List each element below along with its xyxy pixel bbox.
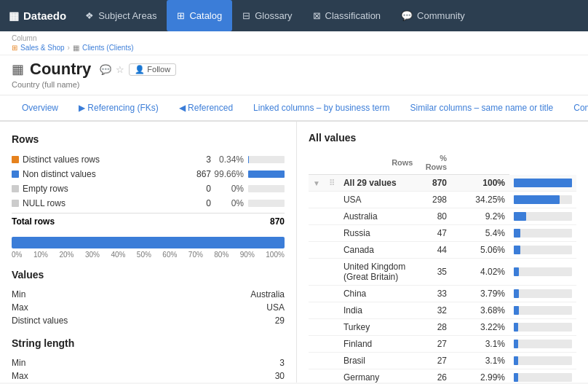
progress-label: 70% [188, 251, 203, 259]
row-drag [325, 259, 339, 286]
row-bar-fill [514, 267, 519, 276]
logo-label: Dataedo [23, 9, 66, 22]
row-count: 28 [417, 319, 451, 336]
string-row: Max 30 [12, 369, 285, 383]
progress-label: 30% [85, 251, 100, 259]
row-bar-fill [514, 306, 519, 315]
row-pct: 34.25% [451, 192, 509, 208]
star-icon[interactable]: ☆ [116, 64, 124, 75]
summary-bar-cell [509, 175, 576, 192]
row-bar-bg [514, 340, 572, 348]
row-count: 80 [417, 208, 451, 225]
page-type-icon: ▦ [12, 61, 24, 77]
row-bar-cell [509, 259, 576, 286]
total-value: 870 [270, 216, 285, 227]
row-count: 33 [417, 286, 451, 302]
logo[interactable]: ▦ Dataedo [6, 9, 75, 23]
stats-container: Distinct values rows 3 0.34% Non distinc… [12, 152, 285, 211]
row-bar-fill [514, 195, 560, 204]
table-row: United Kingdom (Great Britain) 35 4.02% [309, 259, 576, 286]
string-key: Min [12, 358, 25, 368]
row-pct: 5.06% [451, 242, 509, 259]
values-row: Max USA [12, 301, 285, 314]
summary-bar-fill [514, 179, 572, 187]
stat-label: Empty rows [12, 184, 182, 194]
table-row: China 33 3.79% [309, 286, 576, 302]
stat-pct: 99.66% [211, 169, 244, 179]
row-expand [309, 302, 325, 319]
tab-referencing[interactable]: ▶ Referencing (FKs) [68, 95, 169, 122]
tab-overview[interactable]: Overview [12, 95, 68, 122]
classification-icon: ⊠ [313, 10, 321, 21]
row-expand [309, 319, 325, 336]
row-drag [325, 336, 339, 353]
row-drag [325, 302, 339, 319]
total-row: Total rows 870 [12, 213, 285, 230]
row-pct: 9.2% [451, 208, 509, 225]
stat-bar-container [248, 200, 285, 207]
row-pct: 3.79% [451, 286, 509, 302]
table-row: Finland 27 3.1% [309, 336, 576, 353]
row-name: Brasil [339, 353, 418, 369]
values-val: USA [266, 302, 285, 313]
stat-pct: 0% [211, 198, 244, 208]
stat-bar-bg [248, 156, 285, 163]
row-name: USA [339, 192, 418, 208]
row-count: 298 [417, 192, 451, 208]
breadcrumb-type: Column [12, 34, 576, 42]
col-header-rows: Rows [339, 151, 418, 175]
string-container: Min 3 Max 30 Avg 6 Standard deviation 5.… [12, 356, 285, 383]
page-subtitle: Country (full name) [12, 80, 576, 89]
row-name: Canada [339, 242, 418, 259]
row-name: Turkey [339, 319, 418, 336]
tab-community[interactable]: Community [563, 95, 588, 122]
row-name: Australia [339, 208, 418, 225]
breadcrumb-link-2[interactable]: Clients (Clients) [82, 44, 134, 52]
stat-pct: 0.34% [211, 154, 244, 165]
row-bar-cell [509, 353, 576, 369]
row-bar-cell [509, 319, 576, 336]
nav-classification[interactable]: ⊠ Classification [303, 0, 392, 31]
stat-label-text: NULL rows [23, 198, 65, 208]
nav-glossary[interactable]: ⊟ Glossary [232, 0, 302, 31]
values-section-title: Values [12, 269, 285, 281]
stat-label: Non distinct values [12, 169, 182, 179]
string-key: Max [12, 371, 28, 381]
nav-catalog[interactable]: ⊞ Catalog [167, 0, 232, 31]
comment-icon[interactable]: 💬 [100, 64, 111, 75]
row-bar-bg [514, 229, 572, 238]
stat-row: Non distinct values 867 99.66% [12, 167, 285, 181]
row-bar-bg [514, 246, 572, 254]
breadcrumb-link-1[interactable]: Sales & Shop [20, 44, 65, 52]
row-pct: 3.1% [451, 336, 509, 353]
row-bar-bg [514, 323, 572, 332]
values-row: Min Australia [12, 288, 285, 301]
main-content: Rows Distinct values rows 3 0.34% Non di… [0, 122, 588, 383]
summary-pct: 100% [451, 175, 509, 192]
row-bar-fill [514, 373, 518, 382]
row-drag [325, 319, 339, 336]
row-bar-cell [509, 192, 576, 208]
values-key: Min [12, 289, 25, 299]
expand-cell[interactable]: ▼ [309, 175, 325, 192]
row-bar-fill [514, 246, 520, 254]
values-val: 29 [275, 316, 285, 326]
row-bar-bg [514, 289, 572, 298]
row-expand [309, 369, 325, 383]
table-row: India 32 3.68% [309, 302, 576, 319]
row-name: Russia [339, 225, 418, 242]
tab-similar-columns[interactable]: Similar columns – same name or title [400, 95, 564, 122]
breadcrumb-separator: › [68, 44, 70, 52]
chevron-icon[interactable]: ▼ [313, 179, 320, 187]
row-bar-bg [514, 267, 572, 276]
tab-referenced[interactable]: ◀ Referenced [169, 95, 243, 122]
table-row: USA 298 34.25% [309, 192, 576, 208]
nav-subject-areas[interactable]: ❖ Subject Areas [75, 0, 167, 31]
nav-community[interactable]: 💬 Community [391, 0, 475, 31]
progress-label: 40% [111, 251, 125, 259]
tab-linked-columns[interactable]: Linked columns – by business term [243, 95, 400, 122]
progress-section: 0%10%20%30%40%50%60%70%80%90%100% [12, 237, 285, 259]
row-expand [309, 286, 325, 302]
page-actions: 💬 ☆ 👤 Follow [100, 63, 176, 76]
follow-button[interactable]: 👤 Follow [129, 63, 176, 76]
